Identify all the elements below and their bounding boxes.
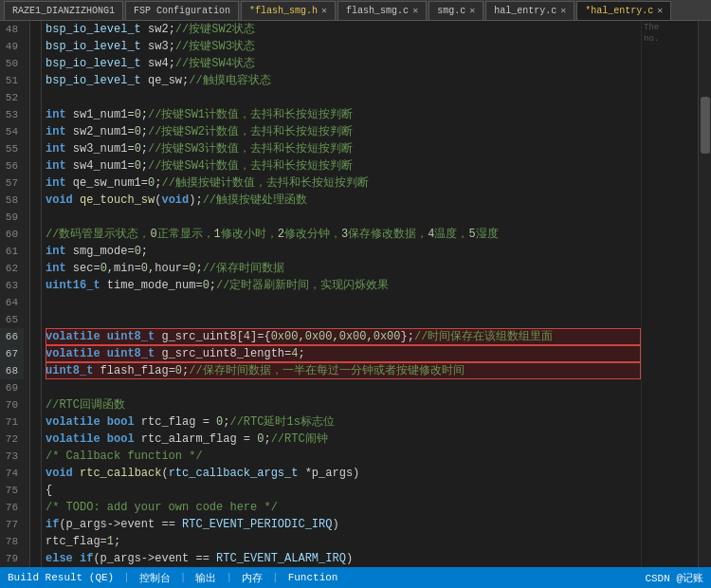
code-line-67: volatile uint8_t g_src_uint8_length=4; (46, 345, 641, 362)
status-output[interactable]: 输出 (195, 571, 216, 585)
line-number-72: 72 (0, 431, 24, 448)
line-number-48: 48 (0, 21, 24, 38)
tab-hal-entry-c[interactable]: hal_entry.c ✕ (485, 1, 574, 20)
marker-67 (30, 345, 42, 362)
code-line-62: int sec=0,min=0,hour=0;//保存时间数据 (46, 260, 641, 277)
code-line-51: bsp_io_level_t qe_sw;//触摸电容状态 (46, 72, 641, 89)
marker-77 (30, 516, 42, 533)
line-number-73: 73 (0, 448, 24, 465)
marker-70 (30, 396, 42, 413)
code-editor[interactable]: bsp_io_level_t sw2;//按键SW2状态 bsp_io_leve… (42, 21, 641, 567)
line-number-52: 52 (0, 89, 24, 106)
marker-52 (30, 89, 42, 106)
line-number-65: 65 (0, 311, 24, 328)
line-number-71: 71 (0, 413, 24, 431)
marker-66 (30, 328, 42, 345)
line-number-68: 68 (0, 362, 24, 379)
marker-57 (30, 175, 42, 192)
scrollbar-thumb[interactable] (701, 97, 710, 154)
tab-bar: RAZE1_DIANZIZHONG1 FSP Configuration *fl… (0, 0, 711, 21)
marker-71 (30, 413, 42, 431)
marker-63 (30, 277, 42, 294)
line-number-76: 76 (0, 499, 24, 516)
line-number-74: 74 (0, 465, 24, 482)
status-bar: Build Result (QE) | 控制台 | 输出 | 内存 | Func… (0, 567, 711, 588)
code-line-68: uint8_t flash_flag=0;//保存时间数据，一半在每过一分钟或者… (46, 362, 641, 379)
tab-raze1[interactable]: RAZE1_DIANZIZHONG1 (4, 1, 123, 20)
marker-53 (30, 106, 42, 123)
code-line-78: rtc_flag=1; (46, 533, 641, 550)
code-line-55: int sw3_num1=0;//按键SW3计数值，去抖和长按短按判断 (46, 140, 641, 157)
line-number-79: 79 (0, 550, 24, 567)
marker-69 (30, 379, 42, 396)
vertical-scrollbar[interactable] (698, 21, 711, 567)
marker-76 (30, 499, 42, 516)
line-number-58: 58 (0, 192, 24, 209)
code-line-75: { (46, 482, 641, 499)
code-line-69 (46, 379, 641, 396)
code-line-74: void rtc_callback(rtc_callback_args_t *p… (46, 465, 641, 482)
minimap-top-text: The (644, 23, 659, 32)
marker-61 (30, 243, 42, 260)
marker-56 (30, 157, 42, 175)
code-line-48: bsp_io_level_t sw2;//按键SW2状态 (46, 21, 641, 38)
line-number-66: 66 (0, 328, 24, 345)
code-line-56: int sw4_num1=0;//按键SW4计数值，去抖和长按短按判断 (46, 157, 641, 175)
line-number-69: 69 (0, 379, 24, 396)
line-number-63: 63 (0, 277, 24, 294)
code-line-58: void qe_touch_sw(void);//触摸按键处理函数 (46, 192, 641, 209)
marker-58 (30, 192, 42, 209)
code-line-50: bsp_io_level_t sw4;//按键SW4状态 (46, 55, 641, 72)
code-line-53: int sw1_num1=0;//按键SW1计数值，去抖和长按短按判断 (46, 106, 641, 123)
minimap-bottom-text: no. (644, 34, 659, 44)
tab-flash-smg-c[interactable]: flash_smg.c ✕ (337, 1, 427, 20)
line-number-78: 78 (0, 533, 24, 550)
code-line-54: int sw2_num1=0;//按键SW2计数值，去抖和长按短按判断 (46, 123, 641, 140)
line-number-56: 56 (0, 157, 24, 175)
tab-fsp[interactable]: FSP Configuration (125, 1, 239, 20)
line-number-49: 49 (0, 38, 24, 55)
marker-60 (30, 226, 42, 243)
tab-hal-entry-c-modified[interactable]: *hal_entry.c ✕ (576, 1, 671, 20)
code-line-66: volatile uint8_t g_src_uint8[4]={0x00,0x… (46, 328, 641, 345)
line-number-51: 51 (0, 72, 24, 89)
marker-49 (30, 38, 42, 55)
code-line-64 (46, 294, 641, 311)
marker-55 (30, 140, 42, 157)
marker-54 (30, 123, 42, 140)
marker-79 (30, 550, 42, 567)
code-line-72: volatile bool rtc_alarm_flag = 0;//RTC闹钟 (46, 431, 641, 448)
line-number-57: 57 (0, 175, 24, 192)
line-number-59: 59 (0, 209, 24, 226)
code-line-73: /* Callback function */ (46, 448, 641, 465)
marker-73 (30, 448, 42, 465)
status-console[interactable]: 控制台 (139, 571, 171, 585)
line-number-70: 70 (0, 396, 24, 413)
marker-72 (30, 431, 42, 448)
status-function[interactable]: Function (288, 572, 338, 583)
line-number-67: 67 (0, 345, 24, 362)
code-line-76: /* TODO: add your own code here */ (46, 499, 641, 516)
line-number-60: 60 (0, 226, 24, 243)
line-number-77: 77 (0, 516, 24, 533)
line-number-61: 61 (0, 243, 24, 260)
line-number-50: 50 (0, 55, 24, 72)
code-line-60: //数码管显示状态，0正常显示，1修改小时，2修改分钟，3保存修改数据，4温度，… (46, 226, 641, 243)
code-line-79: else if(p_args->event == RTC_EVENT_ALARM… (46, 550, 641, 567)
tab-flash-smg-h[interactable]: *flash_smg.h ✕ (241, 1, 336, 20)
marker-59 (30, 209, 42, 226)
marker-78 (30, 533, 42, 550)
code-line-77: if(p_args->event == RTC_EVENT_PERIODIC_I… (46, 516, 641, 533)
status-memory[interactable]: 内存 (242, 571, 263, 585)
line-number-55: 55 (0, 140, 24, 157)
code-line-65 (46, 311, 641, 328)
marker-74 (30, 465, 42, 482)
code-line-71: volatile bool rtc_flag = 0;//RTC延时1s标志位 (46, 413, 641, 431)
line-number-53: 53 (0, 106, 24, 123)
tab-smg-c[interactable]: smg.c ✕ (428, 1, 483, 20)
code-line-59 (46, 209, 641, 226)
marker-75 (30, 482, 42, 499)
marker-50 (30, 55, 42, 72)
marker-gutter (30, 21, 42, 567)
status-build-result[interactable]: Build Result (QE) (8, 572, 114, 583)
